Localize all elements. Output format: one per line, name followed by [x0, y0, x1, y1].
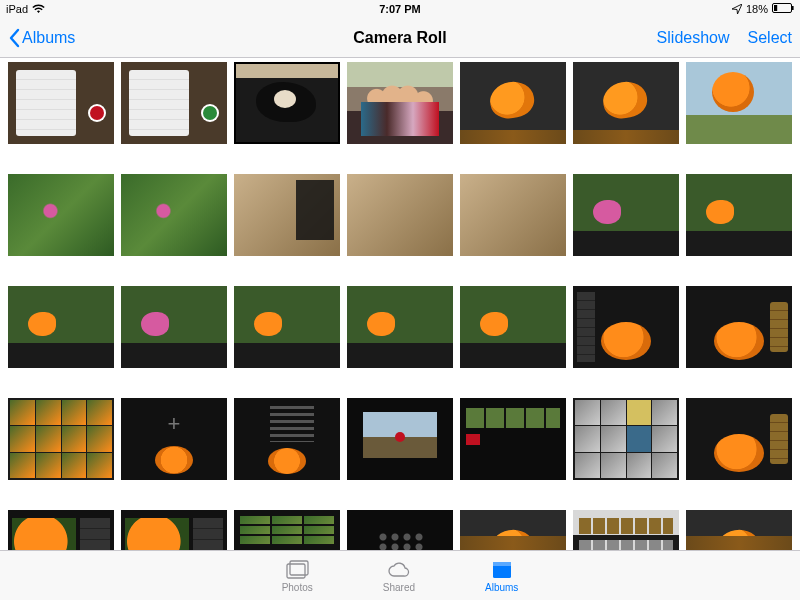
photo-thumbnail[interactable] — [573, 62, 679, 144]
photo-thumbnail[interactable] — [8, 398, 114, 480]
photo-thumbnail[interactable] — [8, 510, 114, 550]
slideshow-button[interactable]: Slideshow — [657, 29, 730, 47]
chevron-left-icon — [8, 28, 20, 48]
clock: 7:07 PM — [379, 3, 421, 15]
photo-thumbnail[interactable] — [234, 286, 340, 368]
photo-thumbnail[interactable] — [347, 62, 453, 144]
photo-thumbnail[interactable] — [686, 286, 792, 368]
location-icon — [732, 4, 742, 14]
tab-albums[interactable]: Albums — [485, 559, 518, 593]
photo-thumbnail[interactable] — [234, 62, 340, 144]
photo-thumbnail[interactable] — [460, 286, 566, 368]
photo-thumbnail[interactable] — [8, 286, 114, 368]
tab-label: Shared — [383, 582, 415, 593]
photo-grid[interactable] — [0, 58, 800, 550]
svg-rect-6 — [493, 562, 511, 566]
photo-thumbnail[interactable] — [347, 398, 453, 480]
photo-thumbnail[interactable] — [347, 174, 453, 256]
photo-thumbnail[interactable] — [8, 174, 114, 256]
photo-thumbnail[interactable] — [347, 510, 453, 550]
cloud-icon — [386, 559, 412, 581]
photo-thumbnail[interactable] — [460, 510, 566, 550]
nav-bar: Albums Camera Roll Slideshow Select — [0, 18, 800, 58]
photo-thumbnail[interactable] — [234, 510, 340, 550]
page-title: Camera Roll — [353, 29, 446, 47]
tab-bar: Photos Shared Albums — [0, 550, 800, 600]
photos-icon — [284, 559, 310, 581]
photo-thumbnail[interactable] — [121, 62, 227, 144]
svg-rect-2 — [774, 5, 777, 11]
svg-rect-1 — [792, 6, 794, 10]
photo-thumbnail[interactable] — [234, 398, 340, 480]
photo-thumbnail[interactable] — [234, 174, 340, 256]
photo-thumbnail[interactable] — [686, 174, 792, 256]
select-button[interactable]: Select — [748, 29, 792, 47]
photo-thumbnail[interactable] — [121, 398, 227, 480]
tab-shared[interactable]: Shared — [383, 559, 415, 593]
photo-thumbnail[interactable] — [460, 174, 566, 256]
photo-thumbnail[interactable] — [573, 174, 679, 256]
photo-thumbnail[interactable] — [121, 174, 227, 256]
photo-thumbnail[interactable] — [573, 510, 679, 550]
photo-thumbnail[interactable] — [121, 286, 227, 368]
wifi-icon — [32, 4, 45, 14]
tab-label: Photos — [282, 582, 313, 593]
photo-thumbnail[interactable] — [121, 510, 227, 550]
tab-label: Albums — [485, 582, 518, 593]
albums-icon — [489, 559, 515, 581]
photo-thumbnail[interactable] — [460, 398, 566, 480]
battery-pct: 18% — [746, 3, 768, 15]
photo-thumbnail[interactable] — [686, 398, 792, 480]
back-button[interactable]: Albums — [8, 28, 75, 48]
photo-thumbnail[interactable] — [347, 286, 453, 368]
battery-icon — [772, 3, 794, 15]
device-label: iPad — [6, 3, 28, 15]
photo-thumbnail[interactable] — [460, 62, 566, 144]
photo-thumbnail[interactable] — [686, 510, 792, 550]
photo-thumbnail[interactable] — [686, 62, 792, 144]
photo-thumbnail[interactable] — [573, 286, 679, 368]
back-label: Albums — [22, 29, 75, 47]
status-bar: iPad 7:07 PM 18% — [0, 0, 800, 18]
tab-photos[interactable]: Photos — [282, 559, 313, 593]
photo-thumbnail[interactable] — [573, 398, 679, 480]
photo-thumbnail[interactable] — [8, 62, 114, 144]
